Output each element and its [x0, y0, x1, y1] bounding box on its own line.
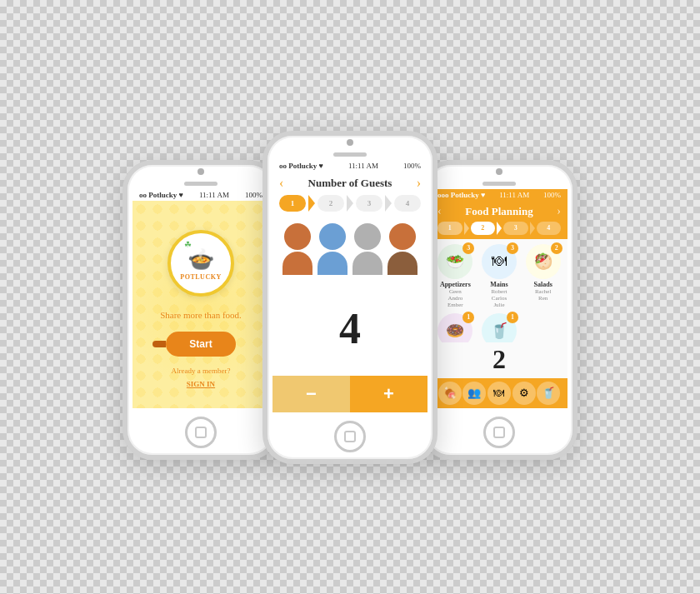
step-2[interactable]: 2 [318, 195, 344, 212]
phone3-screen: ooo Potlucky ♥ 11:11 AM 100% ‹ Food Plan… [431, 189, 568, 408]
splash-signin-section: Already a member? SIGN IN [172, 367, 231, 390]
salads-badge: 2 [551, 242, 562, 254]
phone-food-planning: ooo Potlucky ♥ 11:11 AM 100% ‹ Food Plan… [421, 160, 578, 460]
avatar3-body [352, 252, 382, 275]
guests-nav-bar: ‹ Number of Guests › [272, 172, 428, 195]
avatar1-head [284, 223, 311, 250]
category-drinks[interactable]: 🥤 1 Drinks Mark [480, 313, 519, 342]
guests-back-arrow[interactable]: ‹ [279, 176, 283, 191]
phone3-status-right: 100% [543, 191, 561, 199]
logo-text: POTLUCKY [180, 273, 221, 281]
phone-splash: oo Potlucky ♥ 11:11 AM 100% ☘ 🍲 POTLUCKY… [122, 160, 279, 460]
desserts-badge: 1 [462, 312, 474, 323]
food-step-4[interactable]: 4 [537, 222, 562, 235]
guests-title: Number of Guests [308, 177, 392, 190]
phone2-home-button[interactable] [334, 421, 366, 452]
splash-tagline: Share more than food. [160, 310, 242, 320]
salads-person-1: Rachel [535, 288, 551, 295]
clover-icon: ☘ [184, 240, 192, 249]
salads-person-2: Ren [538, 295, 548, 302]
category-mains[interactable]: 🍽 3 Mains Robert Carlos Julie [480, 244, 519, 308]
step-3[interactable]: 3 [356, 195, 382, 212]
desserts-icon-wrap: 🍩 1 [438, 313, 472, 342]
phone3-status-bar: ooo Potlucky ♥ 11:11 AM 100% [431, 189, 568, 201]
phone2-home-inner [344, 431, 356, 442]
signin-link[interactable]: SIGN IN [187, 380, 215, 388]
phone-guests: oo Potlucky ♥ 11:11 AM 100% ‹ Number of … [262, 131, 438, 464]
bottom-icon-drinks[interactable]: 🥤 [537, 382, 560, 405]
phone3-home-button[interactable] [483, 417, 515, 448]
phone3-status-center: 11:11 AM [499, 191, 529, 199]
food-planning-nav: ‹ Food Planning › [438, 205, 561, 218]
decrement-button[interactable]: − [272, 376, 350, 412]
food-step-bar: 1 2 3 4 [438, 222, 561, 235]
phone1-status-center: 11:11 AM [199, 191, 229, 199]
appetizers-icon: 🥗 [446, 252, 464, 271]
step-arrow-1 [308, 195, 315, 212]
step-1[interactable]: 1 [279, 195, 306, 212]
phone1-status-bar: oo Potlucky ♥ 11:11 AM 100% [132, 189, 269, 201]
phone1-speaker [184, 182, 218, 186]
avatar4-body [388, 252, 418, 275]
phone3-home-inner [493, 427, 505, 438]
mains-person-3: Julie [493, 302, 504, 308]
phone2-status-right: 100% [403, 162, 421, 170]
appetizers-person-1: Geen [449, 288, 462, 295]
category-appetizers[interactable]: 🥗 3 Appetizers Geen Andro Ember [436, 244, 475, 308]
phones-container: oo Potlucky ♥ 11:11 AM 100% ☘ 🍲 POTLUCKY… [79, 131, 621, 464]
avatar2-head [319, 223, 346, 250]
appetizers-icon-wrap: 🥗 3 [438, 244, 472, 279]
appetizers-label: Appetizers [440, 281, 471, 288]
avatar4-head [389, 223, 416, 250]
avatar-2 [318, 223, 348, 275]
appetizers-person-2: Andro [448, 295, 462, 302]
phone2-status-center: 11:11 AM [348, 162, 378, 170]
food-step-arrow-1 [464, 222, 469, 235]
phone2-camera [347, 139, 353, 146]
avatar-1 [282, 223, 312, 275]
food-step-3[interactable]: 3 [503, 222, 528, 235]
food-back-arrow[interactable]: ‹ [438, 205, 442, 218]
start-button[interactable]: Start [166, 332, 235, 357]
increment-button[interactable]: + [350, 376, 428, 412]
category-desserts[interactable]: 🍩 1 Desserts Julia [436, 313, 475, 342]
food-current-step: 2 [492, 344, 506, 375]
phone2-screen: oo Potlucky ♥ 11:11 AM 100% ‹ Number of … [272, 160, 428, 412]
start-button-wrapper: Start [166, 332, 235, 357]
step-arrow-3 [385, 195, 392, 212]
bottom-icon-plates[interactable]: 🍽 [488, 382, 511, 405]
phone3-speaker [482, 182, 516, 186]
drinks-badge: 1 [507, 312, 518, 323]
avatar3-head [354, 223, 381, 250]
salads-icon: 🥙 [534, 252, 552, 271]
food-step-1[interactable]: 1 [438, 222, 462, 235]
phone2-status-left: oo Potlucky ♥ [279, 162, 323, 170]
mains-icon: 🍽 [492, 252, 507, 270]
phone1-status-left: oo Potlucky ♥ [139, 191, 183, 199]
splash-background: ☘ 🍲 POTLUCKY Share more than food. Start… [132, 201, 269, 408]
category-salads[interactable]: 🥙 2 Salads Rachel Ren [523, 244, 562, 308]
food-step-2[interactable]: 2 [471, 222, 496, 235]
food-forward-arrow[interactable]: › [557, 205, 561, 218]
step-arrow-2 [347, 195, 353, 212]
avatar2-body [318, 252, 348, 275]
bottom-icon-settings[interactable]: ⚙ [512, 382, 536, 405]
salads-icon-wrap: 🥙 2 [526, 244, 561, 279]
bottom-icon-food[interactable]: 🍖 [438, 382, 462, 405]
food-current-step-row: 2 [431, 342, 568, 378]
guests-avatars [272, 212, 428, 282]
bottom-icon-guests[interactable]: 👥 [462, 382, 486, 405]
food-screen: ooo Potlucky ♥ 11:11 AM 100% ‹ Food Plan… [431, 189, 568, 408]
avatar1-body [282, 252, 312, 275]
avatar-3 [352, 223, 382, 275]
guests-forward-arrow[interactable]: › [417, 176, 421, 191]
phone1-home-button[interactable] [185, 417, 217, 448]
phone1-camera [198, 168, 204, 175]
step-4[interactable]: 4 [394, 195, 421, 212]
drinks-icon: 🥤 [490, 322, 508, 340]
salads-label: Salads [534, 281, 552, 288]
phone2-status-bar: oo Potlucky ♥ 11:11 AM 100% [272, 160, 428, 172]
potlucky-logo: ☘ 🍲 POTLUCKY [168, 230, 234, 297]
mains-icon-wrap: 🍽 3 [482, 244, 517, 279]
guests-step-bar: 1 2 3 4 [272, 195, 428, 212]
